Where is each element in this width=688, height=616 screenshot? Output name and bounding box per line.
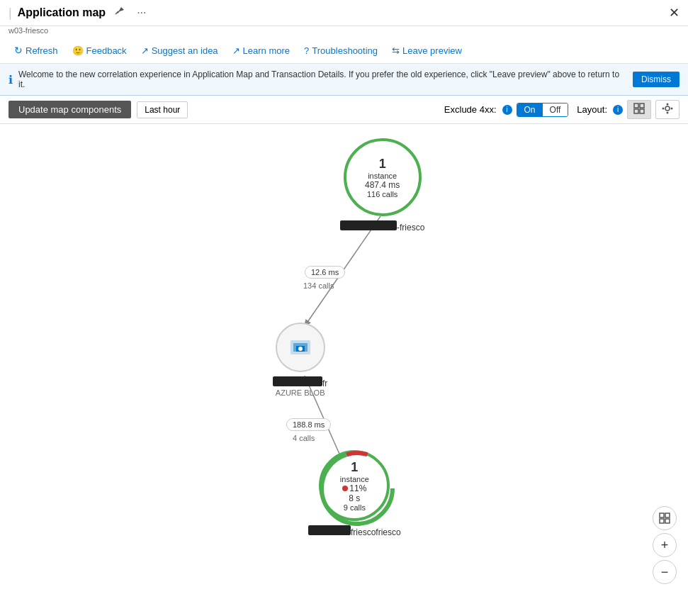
svg-rect-1: [640, 103, 644, 108]
bottom-node-label: friescofriesco: [308, 525, 401, 537]
svg-point-14: [298, 347, 303, 351]
title-icons: ···: [111, 4, 149, 21]
page-title: Application map: [18, 6, 106, 19]
learn-more-icon: ↗: [232, 45, 240, 56]
top-node-count: 1: [379, 157, 386, 172]
edge-top-middle-ms: 12.6 ms: [311, 268, 339, 276]
fit-to-screen-button[interactable]: [653, 506, 677, 530]
top-node-label-suffix: -friesco: [397, 223, 424, 233]
more-button[interactable]: ···: [134, 4, 149, 21]
top-node-ms: 487.4 ms: [365, 180, 400, 190]
subtitle: w03-friesco: [0, 26, 688, 38]
title-left: | Application map ···: [9, 4, 149, 21]
suggest-idea-button[interactable]: ↗ Suggest an idea: [135, 43, 224, 59]
svg-rect-0: [634, 103, 638, 108]
layout-grid-icon: [633, 103, 645, 114]
azure-blob-icon: [288, 335, 313, 360]
svg-point-4: [665, 106, 670, 111]
info-banner: ℹ Welcome to the new correlation experie…: [0, 64, 688, 96]
zoom-out-button[interactable]: −: [653, 560, 677, 584]
layout-group: Layout: i: [577, 100, 679, 119]
troubleshooting-button[interactable]: ? Troubleshooting: [298, 43, 383, 59]
middle-node-label-suffix: fr: [322, 379, 327, 388]
layout-radial-button[interactable]: [655, 100, 679, 119]
top-node-calls: 116 calls: [367, 190, 397, 198]
svg-rect-18: [665, 513, 670, 517]
layout-grid-button[interactable]: [627, 100, 651, 119]
toggle-container: On Off: [517, 103, 569, 117]
edge-middle-bottom-calls: 4 calls: [293, 434, 315, 442]
top-node[interactable]: 1 instance 487.4 ms 116 calls -friesco: [340, 138, 424, 233]
edge-top-middle-label: 12.6 ms: [305, 266, 345, 279]
edge-middle-bottom-label: 188.8 ms: [286, 418, 331, 431]
info-icon: ℹ: [9, 73, 13, 86]
refresh-icon: ↻: [14, 45, 23, 56]
ellipsis-icon: ···: [137, 6, 146, 18]
layout-label: Layout:: [577, 104, 607, 115]
middle-node-label: fr: [273, 376, 327, 388]
svg-point-6: [667, 112, 669, 114]
exclude-label: Exclude 4xx:: [444, 104, 497, 115]
layout-radial-icon: [662, 103, 673, 114]
error-arc: [319, 450, 395, 527]
bottom-node-label-redacted: [308, 525, 351, 535]
pin-button[interactable]: [111, 4, 128, 21]
learn-more-button[interactable]: ↗ Learn more: [227, 43, 295, 59]
pin-icon: [114, 6, 125, 17]
svg-point-5: [667, 103, 669, 106]
middle-node-sublabel: AZURE BLOB: [276, 388, 325, 397]
controls-right: Exclude 4xx: i On Off Layout: i: [444, 100, 679, 119]
svg-rect-3: [640, 109, 644, 113]
feedback-button[interactable]: 🙂 Feedback: [67, 43, 132, 59]
edge-top-middle-calls: 134 calls: [303, 281, 334, 290]
zoom-in-button[interactable]: +: [653, 533, 677, 557]
title-right: ✕: [669, 5, 679, 21]
top-node-circle[interactable]: 1 instance 487.4 ms 116 calls: [344, 138, 422, 216]
bottom-node-circle[interactable]: 1 instance 11% 8 s 9 calls: [319, 450, 390, 521]
controls-bar: Update map components Last hour Exclude …: [0, 96, 688, 124]
bottom-node-label-suffix: friesco: [351, 527, 376, 537]
controls-left: Update map components Last hour: [9, 101, 188, 118]
zoom-out-icon: −: [661, 565, 669, 580]
troubleshooting-icon: ?: [304, 45, 309, 56]
svg-rect-2: [634, 109, 638, 113]
toolbar: ↻ Refresh 🙂 Feedback ↗ Suggest an idea ↗…: [0, 38, 688, 64]
refresh-button[interactable]: ↻ Refresh: [9, 42, 64, 59]
top-node-label: -friesco: [340, 220, 424, 233]
zoom-controls: + −: [653, 506, 677, 584]
feedback-icon: 🙂: [72, 45, 84, 56]
toggle-on-button[interactable]: On: [517, 103, 543, 116]
top-node-label-redacted: [340, 220, 397, 230]
close-button[interactable]: ✕: [669, 5, 679, 21]
svg-rect-17: [660, 513, 664, 517]
middle-node[interactable]: fr AZURE BLOB: [273, 323, 327, 397]
bottom-node[interactable]: 1 instance 11% 8 s 9 calls friescofriesc…: [308, 450, 401, 537]
exclude-info-icon[interactable]: i: [502, 105, 512, 115]
pipe-separator: |: [9, 6, 12, 21]
toggle-off-button[interactable]: Off: [543, 103, 568, 116]
fit-icon: [658, 512, 671, 525]
svg-point-15: [322, 453, 393, 524]
time-selector-button[interactable]: Last hour: [137, 101, 188, 118]
dismiss-button[interactable]: Dismiss: [633, 72, 679, 87]
leave-preview-button[interactable]: ⇆ Leave preview: [386, 43, 468, 59]
leave-preview-icon: ⇆: [392, 45, 400, 56]
zoom-in-icon: +: [661, 538, 669, 553]
svg-point-7: [662, 108, 665, 110]
middle-node-circle[interactable]: [276, 323, 325, 372]
svg-rect-19: [660, 519, 664, 523]
middle-node-label-redacted: [273, 376, 322, 386]
svg-point-8: [671, 108, 673, 110]
exclude-4xx-group: Exclude 4xx: i On Off: [444, 103, 569, 117]
layout-info-icon[interactable]: i: [613, 105, 623, 115]
map-canvas: 1 instance 487.4 ms 116 calls -friesco 1…: [0, 124, 688, 612]
svg-rect-20: [665, 519, 670, 523]
update-map-button[interactable]: Update map components: [9, 101, 131, 118]
suggest-icon: ↗: [141, 45, 149, 56]
edge-middle-bottom-ms: 188.8 ms: [293, 420, 325, 429]
title-bar: | Application map ··· ✕: [0, 0, 688, 26]
top-node-instance: instance: [368, 172, 397, 180]
info-text: Welcome to the new correlation experienc…: [18, 69, 627, 89]
